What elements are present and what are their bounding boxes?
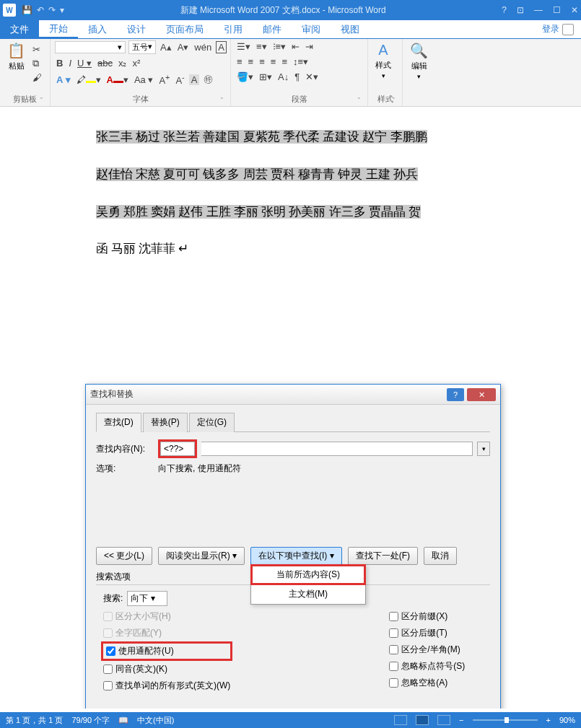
chk-suffix[interactable]: 区分后缀(T): [389, 627, 465, 639]
strikethrough-button[interactable]: abc: [96, 57, 114, 69]
phonetic-guide-icon[interactable]: wén: [193, 41, 213, 53]
tab-view[interactable]: 视图: [331, 20, 370, 38]
italic-button[interactable]: I: [67, 57, 73, 69]
doc-line-2[interactable]: 赵佳怡 宋慈 夏可可 钱多多 周芸 贾科 穆青青 钟灵 王建 孙兵: [96, 167, 418, 181]
tab-insert[interactable]: 插入: [78, 20, 117, 38]
tab-goto[interactable]: 定位(G): [189, 413, 235, 432]
doc-line-4[interactable]: 函 马丽 沈菲菲 ↵: [96, 240, 486, 258]
dialog-help-button[interactable]: ?: [447, 388, 464, 401]
reading-highlight-button[interactable]: 阅读突出显示(R) ▾: [158, 547, 245, 565]
text-effects-icon[interactable]: A ▾: [55, 74, 72, 86]
text-direction-icon[interactable]: ✕▾: [304, 71, 320, 83]
maximize-icon[interactable]: ☐: [553, 5, 561, 15]
tab-review[interactable]: 审阅: [292, 20, 331, 38]
tab-mail[interactable]: 邮件: [253, 20, 292, 38]
dialog-close-button[interactable]: ✕: [467, 388, 496, 401]
styles-button[interactable]: A 样式 ▾: [372, 40, 394, 81]
search-direction-select[interactable]: 向下 ▾: [127, 591, 167, 606]
justify-icon[interactable]: ≡: [269, 56, 278, 68]
view-web-layout[interactable]: [437, 715, 450, 725]
align-left-icon[interactable]: ≡: [235, 56, 244, 68]
char-border-icon[interactable]: A: [216, 41, 227, 53]
shading-icon[interactable]: 🪣▾: [235, 71, 255, 83]
shrink-font2-icon[interactable]: A-: [174, 72, 185, 87]
menu-main-document[interactable]: 主文档(M): [251, 584, 365, 604]
view-print-layout[interactable]: [416, 715, 429, 725]
superscript-button[interactable]: x²: [131, 57, 141, 69]
qat-redo-icon[interactable]: ↷: [48, 5, 56, 15]
less-button[interactable]: << 更少(L): [96, 547, 152, 565]
format-painter-icon[interactable]: 🖌: [31, 71, 43, 84]
underline-button[interactable]: U ▾: [76, 57, 93, 69]
login-link[interactable]: 登录: [535, 20, 581, 38]
status-page[interactable]: 第 1 页，共 1 页: [6, 715, 63, 726]
status-words[interactable]: 79/90 个字: [71, 715, 110, 726]
cut-icon[interactable]: ✂: [31, 43, 43, 56]
chk-use-wildcards[interactable]: 使用通配符(U): [103, 644, 230, 659]
numbering-icon[interactable]: ≡▾: [255, 40, 268, 53]
editing-button[interactable]: 🔍 编辑 ▾: [407, 40, 431, 82]
bullets-icon[interactable]: ☰▾: [235, 40, 252, 53]
char-shading-icon[interactable]: A: [189, 74, 200, 85]
find-input-rest[interactable]: [201, 442, 473, 456]
distribute-icon[interactable]: ≡: [280, 56, 289, 68]
borders-icon[interactable]: ⊞▾: [258, 71, 274, 83]
chk-ignore-punct[interactable]: 忽略标点符号(S): [389, 660, 465, 672]
menu-current-selection[interactable]: 当前所选内容(S): [251, 565, 365, 584]
view-read-mode[interactable]: [394, 715, 407, 725]
doc-line-3[interactable]: 吴勇 郑胜 窦娟 赵伟 王胜 李丽 张明 孙美丽 许三多 贾晶晶 贺: [96, 205, 421, 219]
tab-file[interactable]: 文件: [0, 20, 39, 38]
qat-undo-icon[interactable]: ↶: [37, 5, 44, 15]
ribbon-collapse-icon[interactable]: ⊡: [517, 5, 524, 15]
zoom-out-button[interactable]: −: [459, 716, 463, 724]
decrease-indent-icon[interactable]: ⇤: [290, 40, 301, 53]
grow-font2-icon[interactable]: A+: [157, 72, 171, 87]
cancel-button[interactable]: 取消: [424, 547, 457, 565]
increase-indent-icon[interactable]: ⇥: [304, 40, 315, 53]
zoom-slider[interactable]: [473, 719, 538, 721]
tab-home[interactable]: 开始: [39, 20, 78, 38]
paste-button[interactable]: 📋 粘贴: [4, 40, 28, 73]
enclose-char-icon[interactable]: ㊕: [202, 72, 214, 87]
status-language[interactable]: 中文(中国): [137, 715, 174, 726]
qat-save-icon[interactable]: 💾: [22, 5, 32, 15]
sort-icon[interactable]: A↓: [276, 71, 290, 83]
tab-layout[interactable]: 页面布局: [156, 20, 214, 38]
find-history-dropdown[interactable]: ▾: [477, 442, 490, 456]
subscript-button[interactable]: x₂: [117, 57, 128, 69]
chk-full-half[interactable]: 区分全/半角(M): [389, 644, 465, 656]
find-next-button[interactable]: 查找下一处(F): [348, 547, 418, 565]
change-case-icon[interactable]: Aa ▾: [133, 74, 155, 86]
highlight-color-icon[interactable]: 🖍▾: [75, 74, 102, 86]
shrink-font-icon[interactable]: A▾: [176, 41, 191, 53]
font-family-combo[interactable]: ▾: [55, 41, 126, 53]
zoom-in-button[interactable]: +: [546, 716, 551, 724]
status-proofing-icon[interactable]: 📖: [118, 716, 128, 725]
multilevel-icon[interactable]: ⁝≡▾: [271, 40, 288, 53]
chk-all-word-forms[interactable]: 查找单词的所有形式(英文)(W): [103, 680, 230, 692]
tab-find[interactable]: 查找(D): [96, 413, 141, 432]
minimize-icon[interactable]: ―: [534, 5, 543, 15]
chk-prefix[interactable]: 区分前缀(X): [389, 610, 465, 623]
chk-ignore-space[interactable]: 忽略空格(A): [389, 677, 465, 689]
font-size-combo[interactable]: 五号▾: [128, 40, 156, 54]
grow-font-icon[interactable]: A▴: [159, 41, 173, 53]
tab-references[interactable]: 引用: [214, 20, 253, 38]
show-marks-icon[interactable]: ¶: [293, 71, 301, 83]
dialog-titlebar[interactable]: 查找和替换 ? ✕: [86, 385, 500, 405]
align-center-icon[interactable]: ≡: [247, 56, 255, 68]
zoom-level[interactable]: 90%: [559, 716, 575, 724]
close-icon[interactable]: ✕: [571, 5, 578, 15]
font-color-icon[interactable]: A▾: [105, 74, 130, 86]
bold-button[interactable]: B: [55, 57, 64, 69]
copy-icon[interactable]: ⧉: [31, 57, 43, 70]
help-icon[interactable]: ?: [502, 5, 507, 15]
line-spacing-icon[interactable]: ↕≡▾: [292, 56, 310, 68]
doc-line-1[interactable]: 张三丰 杨过 张兰若 善建国 夏紫苑 季代柔 孟建设 赵宁 李鹏鹏: [96, 130, 427, 144]
tab-replace[interactable]: 替换(P): [143, 413, 188, 432]
align-right-icon[interactable]: ≡: [258, 56, 266, 68]
find-input[interactable]: [160, 442, 195, 456]
find-in-button[interactable]: 在以下项中查找(I) ▾: [250, 547, 342, 565]
tab-design[interactable]: 设计: [117, 20, 156, 38]
chk-sounds-like[interactable]: 同音(英文)(K): [103, 663, 230, 675]
